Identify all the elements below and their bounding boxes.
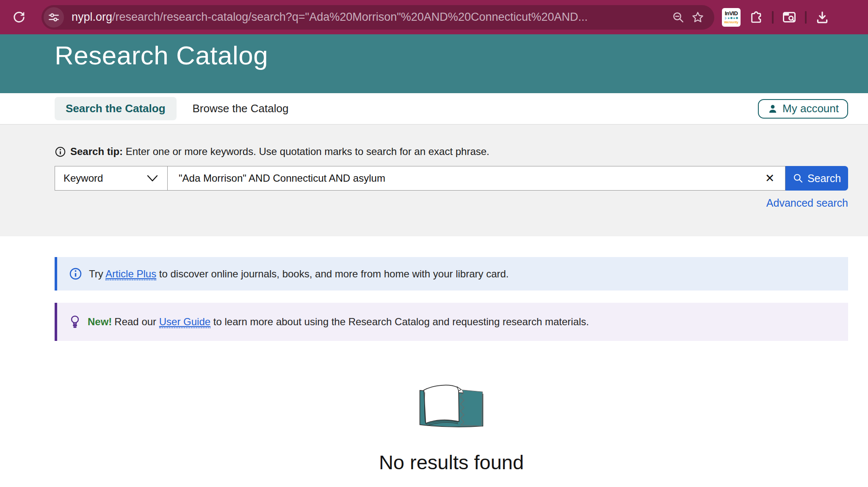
downloads-button[interactable] [813,8,832,27]
no-results-title: No results found [379,451,524,474]
catalog-nav: Search the Catalog Browse the Catalog My… [0,93,868,125]
search-scope-select[interactable]: Keyword [55,166,168,191]
window-search-icon [782,10,797,25]
invid-extension-label: InVID [725,11,738,16]
notice2-text-after: to learn more about using the Research C… [210,316,589,327]
tune-icon [47,11,60,24]
site-settings-button[interactable] [44,7,64,28]
tab-search-the-catalog[interactable]: Search the Catalog [55,97,177,120]
search-scope-value: Keyword [64,172,103,184]
info-circle-icon [69,267,82,280]
star-icon [691,11,705,24]
zoom-out-icon [672,11,685,24]
results-area: Try Article Plus to discover online jour… [0,236,868,474]
search-query-field: ✕ [168,166,785,191]
notice-text-after: to discover online journals, books, and … [156,268,509,279]
invid-extension-art [725,16,738,20]
weverify-extension-label: WeVerify [724,20,738,24]
my-account-button[interactable]: My account [758,99,848,119]
search-bar: Keyword ✕ Search [55,166,848,191]
clear-search-button[interactable]: ✕ [760,166,779,190]
advanced-search-link[interactable]: Advanced search [766,197,848,209]
search-tabs-button[interactable] [780,8,799,27]
notice-text-before: Try [89,268,105,279]
toolbar-separator [772,11,774,24]
person-icon [767,103,778,114]
extensions-button[interactable] [746,8,766,27]
user-guide-notice: New!Read our User Guide to learn more ab… [55,303,848,341]
site-header: Research Catalog [0,34,868,93]
article-plus-notice: Try Article Plus to discover online jour… [55,257,848,291]
search-icon [793,173,804,184]
notice2-text-before: Read our [114,316,159,327]
page-title: Research Catalog [55,40,868,70]
my-account-label: My account [782,102,839,115]
browser-toolbar: nypl.org/research/research-catalog/searc… [0,0,868,34]
new-badge: New! [88,316,112,327]
search-tip-text: Enter one or more keywords. Use quotatio… [126,146,489,157]
search-button-label: Search [807,172,841,185]
info-icon [55,146,66,158]
bookmark-button[interactable] [688,8,708,27]
url-path: /research/research-catalog/search?q="Ada… [112,11,588,23]
empty-state: No results found [55,383,848,474]
user-guide-link[interactable]: User Guide [159,316,210,328]
url-domain: nypl.org [72,11,112,23]
toolbar-separator-2 [805,11,807,24]
search-button[interactable]: Search [785,166,848,191]
tab-browse-the-catalog[interactable]: Browse the Catalog [193,97,289,120]
search-tip: Search tip: Enter one or more keywords. … [55,146,848,158]
download-icon [815,10,829,25]
invid-extension-button[interactable]: InVID WeVerify [722,8,741,27]
advanced-search-row: Advanced search [55,197,848,209]
search-input[interactable] [168,166,785,190]
zoom-button[interactable] [669,8,688,27]
lightbulb-icon [69,315,81,329]
url-text: nypl.org/research/research-catalog/searc… [72,11,669,24]
reload-icon [12,11,26,24]
torn-book-illustration [417,383,485,433]
chevron-down-icon [146,174,159,182]
puzzle-icon [749,10,763,25]
reload-button[interactable] [9,8,29,27]
search-tip-label: Search tip: [70,146,123,157]
search-section: Search tip: Enter one or more keywords. … [0,125,868,236]
url-bar[interactable]: nypl.org/research/research-catalog/searc… [41,5,714,30]
article-plus-link[interactable]: Article Plus [105,268,156,280]
